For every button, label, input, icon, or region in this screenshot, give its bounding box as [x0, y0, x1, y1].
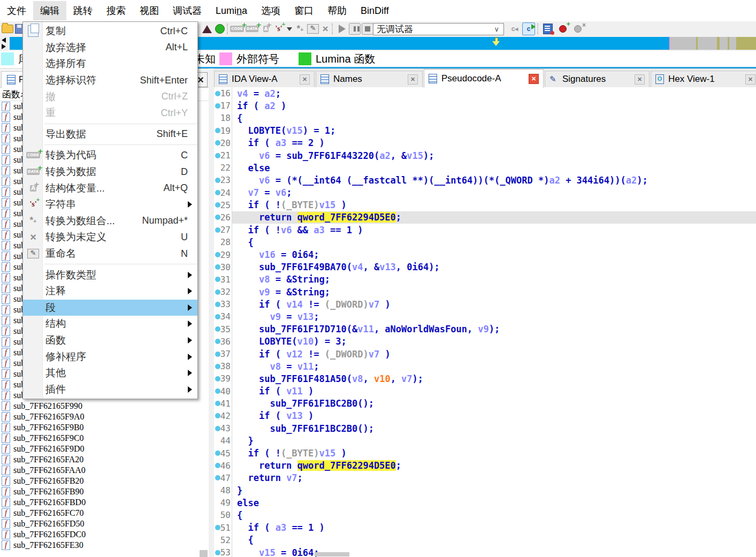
code-text[interactable]: sub_7FF61F1BC2B0();: [232, 398, 756, 410]
address-dot-icon[interactable]: [215, 364, 220, 369]
tab-pseudocode-a[interactable]: Pseudocode-A✕: [424, 69, 544, 88]
code-text[interactable]: v9 = v13;: [232, 310, 756, 323]
code-text[interactable]: v15 = 0i64;: [232, 546, 756, 557]
code-line-53[interactable]: 53 v15 = 0i64;: [214, 546, 756, 557]
menu-item-复制[interactable]: 复制Ctrl+C: [23, 23, 197, 40]
function-list-item[interactable]: fsub_7FF62165FE30: [0, 540, 209, 551]
code-line-20[interactable]: 20 if ( a3 == 2 ): [214, 137, 756, 149]
address-dot-icon[interactable]: [215, 426, 220, 431]
band-right-arrow-icon[interactable]: [2, 44, 6, 49]
code-text[interactable]: if ( !v6 && a3 == 1 ): [232, 224, 756, 236]
menu-item-结构体变量[interactable]: A+结构体变量...Alt+Q: [23, 180, 197, 196]
code-line-19[interactable]: 19 LOBYTE(v15) = 1;: [214, 125, 756, 137]
menu-item-转换为代码[interactable]: CODE+转换为代码C: [23, 147, 197, 164]
code-line-33[interactable]: 33 if ( v14 != (_DWORD)v7 ): [214, 298, 756, 310]
tab-names[interactable]: Names✕: [316, 71, 423, 87]
function-list-item[interactable]: fsub_7FF62165F9A0: [0, 411, 209, 422]
menu-item-修补程序[interactable]: 修补程序: [23, 348, 197, 365]
address-dot-icon[interactable]: [215, 178, 220, 183]
menubar-item-8[interactable]: 窗口: [287, 1, 320, 20]
code-line-43[interactable]: 43 sub_7FF61F1BC2B0();: [214, 422, 756, 434]
code-line-38[interactable]: 38 v8 = v11;: [214, 360, 756, 372]
address-dot-icon[interactable]: [215, 451, 220, 456]
address-dot-icon[interactable]: [215, 525, 220, 530]
menu-item-转换为数组合[interactable]: *+转换为数组合...Numpad+*: [23, 213, 197, 230]
address-dot-icon[interactable]: [215, 190, 220, 195]
code-text[interactable]: sub_7FF61F481A50(v8, v10, v7);: [232, 372, 756, 385]
tab-signatures[interactable]: ✎Signatures✕: [545, 71, 650, 87]
tab-hex-view-1[interactable]: OHex View-1✕: [651, 71, 756, 87]
tab-close-icon[interactable]: ✕: [408, 74, 418, 85]
address-dot-icon[interactable]: [215, 140, 220, 146]
code-text[interactable]: return qword_7FF62294D5E0;: [232, 211, 756, 224]
address-dot-icon[interactable]: [215, 326, 220, 332]
code-text[interactable]: v8 = v11;: [232, 360, 756, 372]
tab-close-icon[interactable]: ✕: [529, 74, 539, 84]
function-list-item[interactable]: fsub_7FF62165FAA0: [0, 465, 209, 476]
code-text[interactable]: LOBYTE(v15) = 1;: [232, 125, 756, 137]
address-dot-icon[interactable]: [215, 215, 220, 220]
function-list-item[interactable]: fsub_7FF62165FC70: [0, 508, 209, 518]
menubar-item-7[interactable]: 选项: [254, 1, 287, 20]
string-literal-icon[interactable]: 's'+: [273, 22, 285, 35]
code-line-50[interactable]: 50{: [214, 509, 756, 521]
function-list-item[interactable]: fsub_7FF62165F990: [0, 401, 209, 411]
struct-var-icon[interactable]: A+: [260, 22, 272, 35]
code-line-34[interactable]: 34 v9 = v13;: [214, 310, 756, 323]
address-dot-icon[interactable]: [215, 401, 220, 406]
code-line-41[interactable]: 41 sub_7FF61F1BC2B0();: [214, 398, 756, 410]
code-line-37[interactable]: 37 if ( v12 != (_DWORD)v7 ): [214, 348, 756, 360]
address-dot-icon[interactable]: [215, 153, 220, 158]
menu-item-其他[interactable]: 其他: [23, 365, 197, 381]
menubar-item-3[interactable]: 搜索: [100, 1, 133, 20]
delete-breakpoint-icon[interactable]: ×: [571, 22, 584, 35]
start-debugger-icon[interactable]: [336, 22, 348, 35]
code-text[interactable]: v4 = a2;: [232, 87, 756, 100]
code-line-36[interactable]: 36 LOBYTE(v10) = 3;: [214, 335, 756, 348]
code-text[interactable]: {: [232, 112, 756, 124]
menu-item-重命名[interactable]: ✎重命名N: [23, 246, 197, 262]
code-line-27[interactable]: 27 if ( !v6 && a3 == 1 ): [214, 224, 756, 236]
function-list-item[interactable]: fsub_7FF62165FB90: [0, 486, 209, 497]
code-text[interactable]: if ( v12 != (_DWORD)v7 ): [232, 348, 756, 360]
address-dot-icon[interactable]: [215, 550, 220, 555]
function-list-item[interactable]: fsub_7FF62165FDC0: [0, 529, 209, 540]
menubar-item-1[interactable]: 编辑: [33, 1, 66, 20]
code-text[interactable]: sub_7FF61F1BC2B0();: [232, 422, 756, 434]
code-line-48[interactable]: 48}: [214, 484, 756, 497]
address-dot-icon[interactable]: [215, 103, 220, 109]
code-text[interactable]: sub_7FF61F49BA70(v4, &v13, 0i64);: [232, 261, 756, 273]
menu-item-插件[interactable]: 插件: [23, 381, 197, 398]
address-dot-icon[interactable]: [215, 388, 220, 394]
function-list-item[interactable]: fsub_7FF62165FBD0: [0, 497, 209, 508]
menu-item-导出数据[interactable]: 导出数据Shift+E: [23, 126, 197, 143]
code-line-51[interactable]: 51 if ( a3 == 1 ): [214, 522, 756, 534]
address-dot-icon[interactable]: [215, 352, 220, 357]
code-line-21[interactable]: 21 v6 = sub_7FF61F443220(a2, &v15);: [214, 149, 756, 162]
code-text[interactable]: v7 = v6;: [232, 187, 756, 199]
address-dot-icon[interactable]: [215, 264, 220, 270]
code-line-28[interactable]: 28 {: [214, 236, 756, 248]
menu-item-段[interactable]: 段: [23, 300, 197, 316]
menu-item-撤[interactable]: 撤Ctrl+Z: [23, 88, 197, 105]
functions-scrollbar[interactable]: [200, 550, 208, 557]
code-text[interactable]: return qword_7FF62294D5E0;: [232, 460, 756, 472]
band-segment-lumina-3[interactable]: [736, 37, 756, 50]
database-snapshot-icon[interactable]: [201, 22, 213, 35]
code-text[interactable]: {: [232, 509, 756, 521]
code-text[interactable]: v6 = sub_7FF61F443220(a2, &v15);: [232, 149, 756, 162]
address-dot-icon[interactable]: [215, 463, 220, 468]
code-text[interactable]: if ( a3 == 1 ): [232, 522, 756, 534]
breakpoint-list-icon[interactable]: [541, 22, 554, 35]
band-scroll-arrows[interactable]: [2, 37, 8, 49]
code-text[interactable]: if ( v14 != (_DWORD)v7 ): [232, 298, 756, 310]
rename-icon[interactable]: ✎: [307, 22, 319, 35]
address-dot-icon[interactable]: [215, 91, 220, 96]
convert-code-icon[interactable]: CODE+: [230, 22, 244, 35]
menu-item-转换为未定义[interactable]: ×转换为未定义U: [23, 229, 197, 246]
code-text[interactable]: return v7;: [232, 472, 756, 484]
menubar-item-2[interactable]: 跳转: [66, 1, 100, 20]
code-line-17[interactable]: 17if ( a2 ): [214, 100, 756, 112]
code-text[interactable]: {: [232, 236, 756, 248]
code-line-52[interactable]: 52 {: [214, 534, 756, 546]
